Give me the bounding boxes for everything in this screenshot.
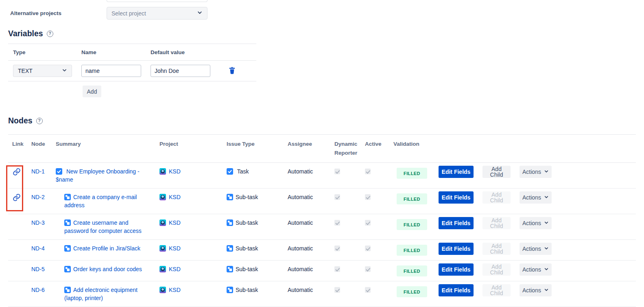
subtask-icon [227,219,233,226]
edit-fields-button[interactable]: Edit Fields [439,166,474,178]
edit-fields-button[interactable]: Edit Fields [439,284,474,296]
help-icon[interactable]: ? [36,118,43,124]
variable-default-input[interactable] [151,65,210,77]
subtask-icon [227,266,233,272]
variable-type-value: TEXT [18,68,33,74]
edit-fields-button[interactable]: Edit Fields [439,217,474,229]
summary-link[interactable]: New Employee Onboarding - $name [56,168,140,183]
project-avatar-icon [159,266,166,272]
chevron-down-icon [544,246,549,252]
table-row: ND-2 Create a company e-mail address KSD… [8,189,636,214]
assignee-label: Automatic [288,168,313,175]
project-avatar-icon [159,287,166,293]
dynamic-reporter-checkbox [334,266,340,272]
add-child-button[interactable]: Add Child [482,166,511,178]
link-icon[interactable] [13,196,21,203]
add-child-button[interactable]: Add Child [482,217,511,229]
select-placeholder: Select project [111,10,146,17]
active-checkbox [365,266,371,272]
node-id-link[interactable]: ND-5 [31,266,45,272]
chevron-down-icon [544,287,549,293]
chevron-down-icon [544,169,549,175]
subtask-icon [64,194,71,200]
variables-col-type: Type [8,44,81,61]
add-child-button[interactable]: Add Child [482,263,511,276]
subtask-icon [227,194,233,200]
nodes-heading: Nodes [8,116,33,125]
alternative-projects-label: Alternative projects [8,10,107,16]
actions-dropdown-button[interactable]: Actions [520,263,552,276]
issue-type-label: Sub-task [236,245,258,252]
node-id-link[interactable]: ND-2 [31,194,45,200]
col-project: Project [159,135,227,163]
variables-col-name: Name [81,44,151,61]
add-child-button[interactable]: Add Child [482,243,511,255]
col-issue-type: Issue Type [227,135,288,163]
table-row: ND-5 Order keys and door codes KSD Sub-t… [8,261,636,281]
add-child-button[interactable]: Add Child [482,284,511,296]
actions-dropdown-button[interactable]: Actions [520,284,552,296]
add-child-button[interactable]: Add Child [482,191,511,204]
nodes-table-body: ND-1 New Employee Onboarding - $name KSD… [8,163,636,307]
node-id-link[interactable]: ND-1 [31,168,45,175]
chevron-down-icon [544,220,549,226]
edit-fields-button[interactable]: Edit Fields [439,243,474,255]
assignee-label: Automatic [288,219,313,226]
col-summary: Summary [56,135,159,163]
add-variable-button[interactable]: Add [83,86,101,97]
summary-link[interactable]: Add electronic equipment (laptop, printe… [64,287,138,301]
col-link: Link [8,135,28,163]
project-link[interactable]: KSD [169,266,181,272]
help-icon[interactable]: ? [47,31,53,37]
delete-variable-button[interactable] [229,67,235,74]
col-active: Active [365,135,393,163]
dynamic-reporter-checkbox [334,287,340,293]
project-link[interactable]: KSD [169,168,181,175]
summary-link[interactable]: Create a company e-mail address [64,194,137,208]
actions-dropdown-button[interactable]: Actions [520,243,552,255]
cutoff-field-bottom-border [107,0,207,2]
project-link[interactable]: KSD [169,287,181,293]
active-checkbox [365,169,371,174]
actions-dropdown-button[interactable]: Actions [520,217,552,229]
validation-badge: FILLED [397,245,427,256]
project-link[interactable]: KSD [169,245,181,252]
actions-dropdown-button[interactable]: Actions [520,191,552,204]
issue-type-label: Sub-task [236,266,258,272]
page: Alternative projects Select project Vari… [0,0,644,307]
project-avatar-icon [159,245,166,252]
project-link[interactable]: KSD [169,194,181,200]
variable-type-select[interactable]: TEXT [13,65,72,77]
summary-link[interactable]: Order keys and door codes [73,266,142,272]
chevron-down-icon [544,267,549,272]
edit-fields-button[interactable]: Edit Fields [439,263,474,276]
edit-fields-button[interactable]: Edit Fields [439,191,474,204]
alternative-projects-select[interactable]: Select project [107,7,207,20]
project-link[interactable]: KSD [169,219,181,226]
issue-type-label: Sub-task [236,194,258,200]
col-assignee: Assignee [288,135,334,163]
nodes-table: Link Node Summary Project Issue Type Ass… [8,134,636,307]
task-icon [56,168,62,175]
summary-link[interactable]: Create Profile in Jira/Slack [73,245,140,252]
variable-name-input[interactable] [81,65,141,77]
chevron-down-icon [62,68,67,74]
variables-col-default: Default value [151,44,220,61]
node-id-link[interactable]: ND-3 [31,219,45,226]
validation-badge: FILLED [397,265,427,276]
node-id-link[interactable]: ND-6 [31,287,45,293]
subtask-icon [227,287,233,293]
node-id-link[interactable]: ND-4 [31,245,45,252]
issue-type-label: Task [237,168,249,175]
row-actions: Edit Fields Add Child Actions [439,284,633,296]
row-actions: Edit Fields Add Child Actions [439,166,633,178]
variable-row: TEXT [8,61,256,81]
assignee-label: Automatic [288,194,313,200]
link-icon[interactable] [13,171,21,177]
col-validation: Validation [393,135,439,163]
dynamic-reporter-checkbox [334,246,340,251]
actions-dropdown-button[interactable]: Actions [520,166,552,178]
summary-link[interactable]: Create username and password for compute… [64,219,142,234]
nodes-header-row: Link Node Summary Project Issue Type Ass… [8,135,636,163]
row-actions: Edit Fields Add Child Actions [439,243,633,255]
